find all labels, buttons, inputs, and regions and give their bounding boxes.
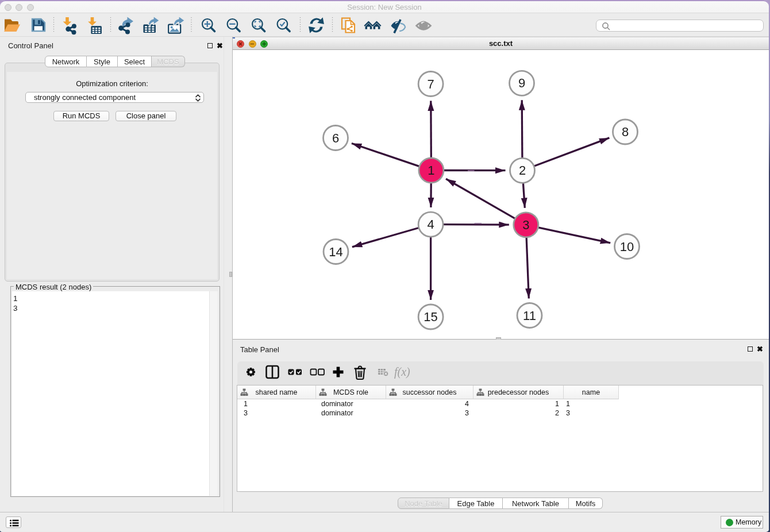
svg-text:11: 11: [523, 309, 536, 323]
svg-text:1: 1: [428, 163, 434, 178]
svg-text:f(x): f(x): [394, 365, 410, 379]
svg-text:7: 7: [427, 77, 434, 91]
svg-text:14: 14: [329, 245, 342, 259]
svg-text:4: 4: [427, 217, 434, 232]
svg-text:6: 6: [332, 131, 339, 145]
svg-text:15: 15: [424, 310, 437, 324]
svg-text:8: 8: [622, 125, 629, 139]
svg-text:3: 3: [522, 218, 529, 232]
svg-text:9: 9: [518, 76, 525, 90]
svg-text:2: 2: [519, 163, 526, 178]
svg-text:10: 10: [620, 240, 634, 254]
